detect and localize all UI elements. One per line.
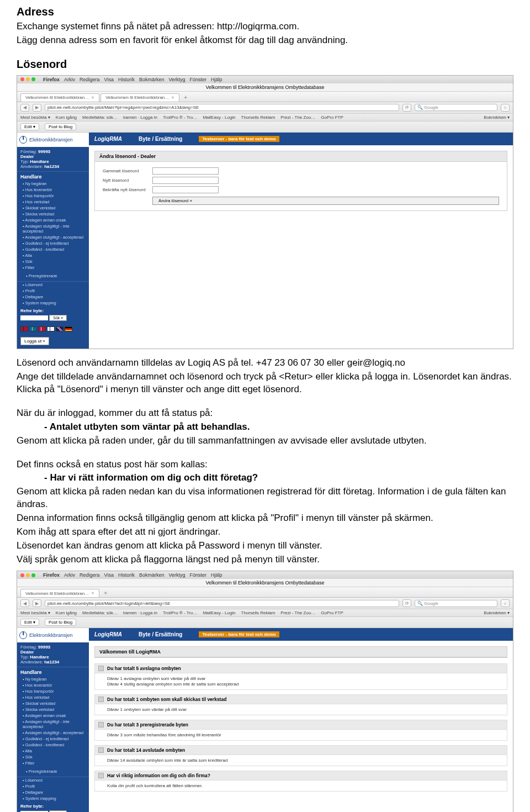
sidebar-item[interactable]: Filter xyxy=(17,265,89,271)
sidebar-item[interactable]: Skicka verkstad xyxy=(17,706,89,713)
bookmark-item[interactable]: Thorsells Reklam xyxy=(241,115,275,120)
bookmark-item[interactable]: Mediefakta: sök… xyxy=(82,115,118,120)
sidebar-item[interactable]: Avslagen annan orsak xyxy=(17,217,89,223)
bookmark-item[interactable]: GoPro FTP xyxy=(321,610,343,615)
sidebar-item[interactable]: Deltagare xyxy=(17,294,89,300)
search-input[interactable]: 🔍 Google xyxy=(415,104,497,111)
maximize-icon[interactable] xyxy=(31,77,35,81)
logo-box[interactable]: Elektronikkbransjen xyxy=(17,133,89,147)
bookmarks-menu[interactable]: Bokmärken ▾ xyxy=(484,610,510,615)
collapse-icon[interactable] xyxy=(98,747,104,753)
sidebar-item[interactable]: Deltagare xyxy=(17,789,89,795)
browser-tab[interactable]: Velkommen til Elektronikkbran…✕ xyxy=(20,93,99,102)
sidebar-item[interactable]: Hos verkstad xyxy=(17,199,89,205)
browser-tab[interactable]: Velkommen til Elektronikkbran…✕ xyxy=(100,93,179,102)
flag-de-icon[interactable] xyxy=(65,326,72,331)
logo-box[interactable]: Elektronikkbransjen xyxy=(17,628,89,642)
bookmark-item[interactable]: bamen · Logga in xyxy=(123,115,157,120)
sidebar-item[interactable]: Godkänd - ej krediterad xyxy=(17,240,89,246)
bookmark-item[interactable]: Kom igång xyxy=(56,115,77,120)
reload-button[interactable]: ⟳ xyxy=(402,104,411,112)
sidebar-item[interactable]: Alla xyxy=(17,252,89,259)
bookmark-item[interactable]: MailEasy - Login xyxy=(203,115,235,120)
search-button[interactable]: Sök » xyxy=(49,315,67,321)
flag-no-icon[interactable] xyxy=(20,326,28,331)
close-tab-icon[interactable]: ✕ xyxy=(91,591,94,595)
bookmark-item[interactable]: Mest besökta ▾ xyxy=(20,610,50,615)
sidebar-item[interactable]: Skickat verkstad xyxy=(17,205,89,211)
post-to-blog-button[interactable]: Post to Blog xyxy=(45,123,76,130)
edit-button[interactable]: Edit ▾ xyxy=(20,619,39,626)
sidebar-item[interactable]: Godkänd - ej krediterad xyxy=(17,736,89,742)
menu-item[interactable]: Redigera xyxy=(80,572,100,578)
menu-item[interactable]: Arkiv xyxy=(64,77,75,82)
sidebar-item[interactable]: Hos leverantör xyxy=(17,187,89,193)
sidebar-item[interactable]: Sök xyxy=(17,754,89,760)
bookmark-item[interactable]: Prezi - The Zoo… xyxy=(280,610,315,615)
flag-fi-icon[interactable] xyxy=(47,326,55,331)
menu-item[interactable]: Bokmärken xyxy=(139,572,165,578)
refnr-input[interactable] xyxy=(20,315,48,320)
menu-item[interactable]: Hjälp xyxy=(211,572,222,578)
collapse-icon[interactable] xyxy=(98,722,104,727)
confirm-password-input[interactable] xyxy=(152,186,219,193)
url-input[interactable]: pilot.ee-nett.no/ombytte-pilot/Main?tpl=… xyxy=(45,104,399,111)
sidebar-item-password[interactable]: Lösenord xyxy=(17,777,89,783)
status-panel[interactable]: Har vi riktig information om dig och din… xyxy=(94,771,507,792)
menu-item[interactable]: Arkiv xyxy=(64,572,75,578)
menu-item[interactable]: Visa xyxy=(104,572,114,578)
sidebar-item[interactable]: Avslagen slutgiltigt - accepterad xyxy=(17,234,89,240)
status-panel[interactable]: Du har totalt 5 avslagna ombyten Därav 1… xyxy=(94,663,507,690)
bookmark-item[interactable]: TrollPro ® - Tro… xyxy=(163,610,198,615)
menu-item[interactable]: Historik xyxy=(118,77,135,82)
menu-item[interactable]: Bokmärken xyxy=(139,77,165,82)
change-password-button[interactable]: Ändra lösenord » xyxy=(152,197,499,205)
menu-item[interactable]: Historik xyxy=(118,572,135,578)
minimize-icon[interactable] xyxy=(26,77,30,81)
minimize-icon[interactable] xyxy=(26,573,30,577)
sidebar-item[interactable]: Preregistrerade xyxy=(20,768,86,774)
close-tab-icon[interactable]: ✕ xyxy=(91,96,94,100)
bookmark-item[interactable]: GoPro FTP xyxy=(321,115,343,120)
post-to-blog-button[interactable]: Post to Blog xyxy=(45,619,76,626)
flag-dk-icon[interactable] xyxy=(38,326,46,331)
menu-item[interactable]: Verktyg xyxy=(168,77,185,82)
sidebar-item[interactable]: System mapping xyxy=(17,300,89,306)
bookmarks-menu[interactable]: Bokmärken ▾ xyxy=(484,115,510,120)
sidebar-item[interactable]: Ny begäran xyxy=(17,181,89,187)
sidebar-item[interactable]: Godkänd - krediterad xyxy=(17,246,89,252)
sidebar-item-profile[interactable]: Profil xyxy=(17,288,89,294)
bookmark-item[interactable]: Mediefakta: sök… xyxy=(82,610,118,615)
status-panel[interactable]: Du har totalt 14 avslutade ombyten Därav… xyxy=(94,745,507,766)
collapse-icon[interactable] xyxy=(98,666,104,671)
home-button[interactable]: ⌂ xyxy=(501,104,510,112)
close-icon[interactable] xyxy=(20,77,24,81)
menu-item[interactable]: Fönster xyxy=(189,77,206,82)
new-password-input[interactable] xyxy=(152,177,219,184)
bookmark-item[interactable]: bamen · Logga in xyxy=(123,610,157,615)
sidebar-item[interactable]: Sök xyxy=(17,259,89,265)
sidebar-item-password[interactable]: Lösenord xyxy=(17,282,89,288)
collapse-icon[interactable] xyxy=(98,697,104,702)
sidebar-item[interactable]: Hos transportör xyxy=(17,193,89,199)
menu-item[interactable]: Redigera xyxy=(80,77,100,82)
bookmark-item[interactable]: MailEasy - Login xyxy=(203,610,235,615)
nav-link[interactable]: Byte / Ersättning xyxy=(139,136,182,142)
status-panel[interactable]: Du har totalt 3 preregistrerade byten Dä… xyxy=(94,720,507,741)
sidebar-item[interactable]: Preregistrerade xyxy=(20,273,86,279)
nav-link[interactable]: Byte / Ersättning xyxy=(139,631,182,637)
sidebar-item[interactable]: Ny begäran xyxy=(17,676,89,682)
flag-se-icon[interactable] xyxy=(29,326,37,331)
sidebar-item-profile[interactable]: Profil xyxy=(17,783,89,789)
search-input[interactable]: 🔍 Google xyxy=(415,600,497,607)
collapse-icon[interactable] xyxy=(98,773,104,778)
add-tab-button[interactable]: + xyxy=(100,589,110,597)
menu-item[interactable]: Visa xyxy=(104,77,114,82)
bookmark-item[interactable]: Mest besökta ▾ xyxy=(20,115,50,120)
reload-button[interactable]: ⟳ xyxy=(402,599,411,607)
logout-button[interactable]: Logga ut » xyxy=(20,337,49,345)
close-tab-icon[interactable]: ✕ xyxy=(171,96,174,100)
sidebar-item[interactable]: System mapping xyxy=(17,795,89,802)
sidebar-item[interactable]: Avslagen slutgiltigt - inte accepterad xyxy=(17,223,89,234)
sidebar-item[interactable]: Skicka verkstad xyxy=(17,211,89,217)
